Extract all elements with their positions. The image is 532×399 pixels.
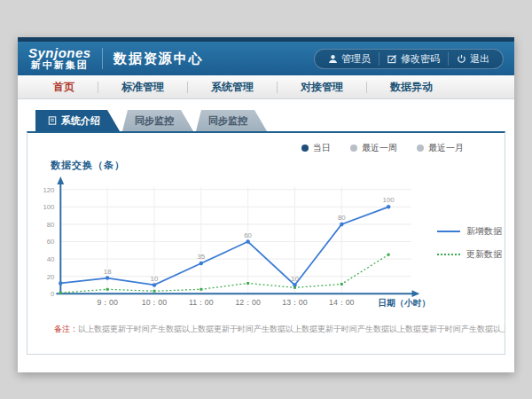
radio-dot-icon <box>417 145 424 152</box>
chart-container: 0204060801001209：0010：0011：0012：0013：001… <box>27 172 505 309</box>
tab-label: 同步监控 <box>208 114 247 128</box>
logo-company: 新中新集团 <box>28 60 91 71</box>
power-icon <box>457 54 466 64</box>
radio-today[interactable]: 当日 <box>301 142 331 154</box>
chart-legend: 新增数据 更新数据 <box>434 174 502 271</box>
svg-text:100: 100 <box>43 203 55 211</box>
nav-item-standard-mgmt[interactable]: 标准管理 <box>98 80 187 95</box>
svg-text:日期（小时）: 日期（小时） <box>378 298 430 308</box>
header-bar: Synjones 新中新集团 数据资源中心 管理员 修改密码 退出 <box>18 42 514 75</box>
svg-text:12：00: 12：00 <box>235 298 260 307</box>
tab-sync-monitor-1[interactable]: 同步监控 <box>122 110 193 131</box>
svg-text:60: 60 <box>244 231 252 239</box>
content-area: 系统介绍 同步监控 同步监控 当日 最近一周 <box>18 99 514 355</box>
radio-last-month-label: 最近一月 <box>428 142 464 154</box>
svg-text:35: 35 <box>197 253 205 261</box>
logo: Synjones 新中新集团 <box>28 46 91 70</box>
note-label: 备注： <box>54 325 78 333</box>
svg-text:10: 10 <box>151 275 159 283</box>
radio-today-label: 当日 <box>313 142 331 154</box>
footer-note: 备注：以上数据更新于时间产生数据以上数据更新于时间产生数据以上数据更新于时间产生… <box>27 309 505 346</box>
legend-item-new-data: 新增数据 <box>437 225 502 238</box>
radio-dot-icon <box>301 145 309 152</box>
svg-text:20: 20 <box>47 273 55 281</box>
svg-text:80: 80 <box>47 221 55 229</box>
chart-panel: 当日 最近一周 最近一月 数据交换（条） 0204060801001209：00… <box>27 131 505 355</box>
svg-text:0: 0 <box>51 290 55 298</box>
note-text: 以上数据更新于时间产生数据以上数据更新于时间产生数据以上数据更新于时间产生数据以… <box>78 325 505 333</box>
user-icon <box>328 54 338 64</box>
document-icon <box>48 116 57 125</box>
radio-last-week[interactable]: 最近一周 <box>350 142 397 154</box>
dotted-line-icon <box>437 254 460 255</box>
logout-button[interactable]: 退出 <box>448 52 497 66</box>
page-title: 数据资源中心 <box>113 51 204 67</box>
admin-user-label: 管理员 <box>341 52 371 66</box>
change-password-label: 修改密码 <box>401 52 440 66</box>
tab-sync-monitor-2[interactable]: 同步监控 <box>196 110 267 131</box>
legend-item-updated-data: 更新数据 <box>437 248 502 261</box>
svg-text:18: 18 <box>104 268 112 276</box>
svg-text:40: 40 <box>47 255 55 263</box>
admin-user-button[interactable]: 管理员 <box>320 52 379 66</box>
range-filter-group: 当日 最近一周 最近一月 <box>27 133 505 154</box>
change-password-button[interactable]: 修改密码 <box>379 52 448 66</box>
svg-text:14：00: 14：00 <box>329 298 354 307</box>
radio-last-week-label: 最近一周 <box>362 142 397 154</box>
app-window: Synjones 新中新集团 数据资源中心 管理员 修改密码 退出 首页 标准管… <box>18 37 514 372</box>
line-chart: 0204060801001209：0010：0011：0012：0013：001… <box>33 174 434 309</box>
edit-icon <box>387 54 397 64</box>
nav-item-system-mgmt[interactable]: 系统管理 <box>188 80 277 95</box>
user-menu: 管理员 修改密码 退出 <box>314 49 504 69</box>
nav-item-data-change[interactable]: 数据异动 <box>367 80 456 95</box>
svg-text:10：00: 10：00 <box>142 298 167 307</box>
solid-line-icon <box>437 231 460 232</box>
svg-text:120: 120 <box>43 186 55 194</box>
nav-item-home[interactable]: 首页 <box>30 80 98 95</box>
svg-text:13：00: 13：00 <box>282 298 307 307</box>
svg-text:9：00: 9：00 <box>97 298 118 307</box>
main-nav: 首页 标准管理 系统管理 对接管理 数据异动 <box>18 75 514 99</box>
radio-dot-icon <box>350 145 357 152</box>
logo-brand: Synjones <box>28 46 91 60</box>
logout-label: 退出 <box>470 52 489 66</box>
nav-item-interface-mgmt[interactable]: 对接管理 <box>278 80 366 95</box>
tab-label: 同步监控 <box>135 114 174 128</box>
svg-text:11：00: 11：00 <box>189 298 214 307</box>
svg-text:10: 10 <box>291 275 299 283</box>
header-divider <box>102 48 103 69</box>
y-axis-title: 数据交换（条） <box>51 160 125 170</box>
svg-text:60: 60 <box>47 238 55 246</box>
svg-text:100: 100 <box>383 196 395 204</box>
radio-last-month[interactable]: 最近一月 <box>417 142 464 154</box>
tab-label: 系统介绍 <box>61 114 100 128</box>
tab-bar: 系统介绍 同步监控 同步监控 <box>27 110 505 131</box>
svg-text:80: 80 <box>338 214 346 222</box>
tab-system-intro[interactable]: 系统介绍 <box>35 110 120 131</box>
